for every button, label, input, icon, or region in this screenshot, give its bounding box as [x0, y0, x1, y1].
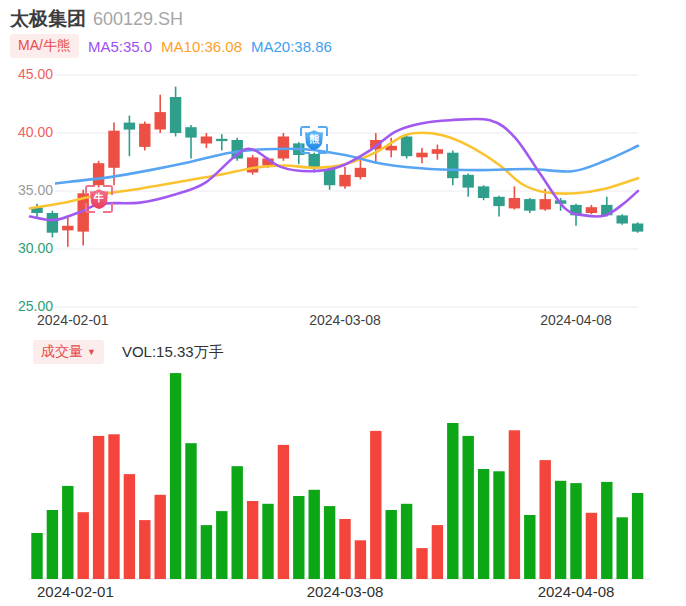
volume-bar-37[interactable]	[586, 513, 597, 579]
volume-bar-1[interactable]	[31, 533, 42, 579]
candle-body	[155, 112, 166, 129]
candle-19[interactable]	[309, 153, 320, 173]
candle-28[interactable]	[447, 150, 458, 185]
volume-bar-9[interactable]	[155, 495, 166, 579]
volume-bar-14[interactable]	[232, 466, 243, 579]
candle-11[interactable]	[185, 125, 196, 159]
candle-25[interactable]	[401, 135, 412, 158]
volume-canvas[interactable]	[0, 365, 686, 581]
volume-bar-10[interactable]	[170, 373, 181, 579]
volume-bar-26[interactable]	[416, 548, 427, 579]
volume-bar-40[interactable]	[632, 493, 643, 579]
header: 太极集团600129.SH	[10, 6, 183, 32]
volume-bar-29[interactable]	[463, 436, 474, 579]
volume-bar-20[interactable]	[324, 506, 335, 579]
ma-bullbear-toggle[interactable]: MA/牛熊	[10, 34, 79, 58]
candle-body	[309, 154, 320, 168]
candle-39[interactable]	[617, 214, 628, 224]
candle-15[interactable]	[247, 155, 258, 175]
bear-signal-badge[interactable]: 熊	[300, 126, 328, 154]
candle-body	[540, 199, 551, 209]
volume-bar-32[interactable]	[509, 430, 520, 579]
date-label: 2024-02-01	[37, 312, 109, 328]
legend-ma10: MA10:36.08	[161, 38, 242, 55]
candle-7[interactable]	[124, 116, 135, 157]
candle-body	[339, 175, 350, 187]
badge-character: 熊	[300, 132, 328, 146]
y-axis-label: 45.00	[16, 66, 55, 83]
candle-body	[47, 213, 58, 233]
candle-body	[355, 168, 366, 177]
volume-bar-27[interactable]	[432, 525, 443, 579]
volume-bar-5[interactable]	[93, 436, 104, 579]
candle-2[interactable]	[47, 211, 58, 238]
volume-bar-16[interactable]	[262, 504, 273, 579]
candle-32[interactable]	[509, 186, 520, 209]
volume-bar-19[interactable]	[309, 490, 320, 579]
candle-26[interactable]	[416, 148, 427, 163]
candle-37[interactable]	[586, 205, 597, 214]
volume-bar-12[interactable]	[201, 525, 212, 579]
volume-chart[interactable]	[0, 365, 686, 581]
stock-code: 600129.SH	[93, 9, 183, 29]
volume-type-label: 成交量	[41, 343, 83, 361]
candle-body	[509, 198, 520, 208]
volume-bar-30[interactable]	[478, 469, 489, 579]
volume-bar-3[interactable]	[62, 486, 73, 579]
volume-bar-13[interactable]	[216, 511, 227, 579]
candle-8[interactable]	[139, 121, 150, 150]
volume-bar-7[interactable]	[124, 474, 135, 579]
candle-21[interactable]	[339, 167, 350, 189]
volume-bar-36[interactable]	[570, 483, 581, 579]
date-label: 2024-03-08	[309, 312, 381, 328]
volume-bar-15[interactable]	[247, 501, 258, 579]
volume-bar-21[interactable]	[339, 519, 350, 579]
candle-40[interactable]	[632, 222, 643, 232]
volume-bar-6[interactable]	[108, 434, 119, 579]
volume-bar-33[interactable]	[524, 515, 535, 579]
volume-type-dropdown[interactable]: 成交量 ▼	[33, 340, 104, 364]
candle-33[interactable]	[524, 198, 535, 213]
candle-31[interactable]	[493, 196, 504, 217]
volume-bar-17[interactable]	[278, 445, 289, 579]
volume-bar-23[interactable]	[370, 431, 381, 579]
volume-bar-39[interactable]	[617, 517, 628, 579]
volume-bar-18[interactable]	[293, 496, 304, 579]
candle-body	[478, 186, 489, 198]
candle-3[interactable]	[62, 215, 73, 246]
candle-29[interactable]	[463, 174, 474, 197]
candle-body	[416, 153, 427, 158]
volume-bar-2[interactable]	[47, 510, 58, 579]
candle-body	[201, 137, 212, 144]
bull-signal-badge[interactable]: 牛	[85, 185, 113, 213]
date-label: 2024-02-01	[37, 583, 114, 600]
candle-body	[93, 163, 104, 185]
candle-17[interactable]	[278, 133, 289, 161]
candle-27[interactable]	[432, 145, 443, 160]
candle-body	[586, 207, 597, 213]
volume-bar-8[interactable]	[139, 520, 150, 579]
volume-bar-11[interactable]	[185, 443, 196, 579]
volume-bar-38[interactable]	[601, 482, 612, 579]
candle-10[interactable]	[170, 87, 181, 137]
volume-bar-31[interactable]	[493, 471, 504, 579]
volume-bar-24[interactable]	[386, 510, 397, 579]
candle-9[interactable]	[155, 95, 166, 133]
volume-bar-35[interactable]	[555, 481, 566, 579]
legend-ma20: MA20:38.86	[251, 38, 332, 55]
volume-bar-22[interactable]	[355, 540, 366, 579]
candle-body	[493, 197, 504, 206]
legend-ma5: MA5:35.0	[88, 38, 152, 55]
volume-bar-28[interactable]	[447, 423, 458, 579]
candle-30[interactable]	[478, 185, 489, 200]
candle-body	[617, 215, 628, 223]
candle-body	[447, 153, 458, 179]
candle-5[interactable]	[93, 161, 104, 188]
dropdown-arrow-icon: ▼	[87, 347, 96, 357]
candle-12[interactable]	[201, 133, 212, 148]
volume-bar-25[interactable]	[401, 504, 412, 579]
volume-bar-34[interactable]	[540, 460, 551, 579]
volume-bar-4[interactable]	[78, 512, 89, 579]
stock-name: 太极集团	[10, 8, 86, 29]
candle-13[interactable]	[216, 134, 227, 150]
